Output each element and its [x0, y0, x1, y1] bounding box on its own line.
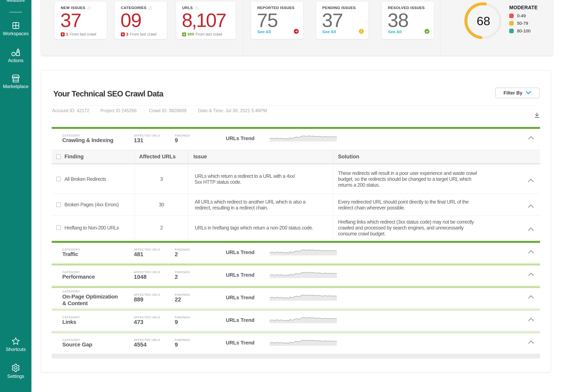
svg-text:68: 68: [477, 14, 490, 28]
